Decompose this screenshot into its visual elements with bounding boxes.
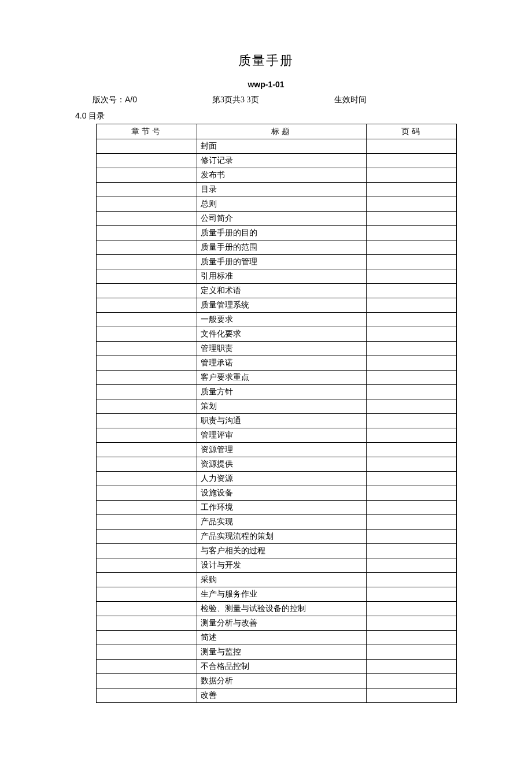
cell-chapter xyxy=(97,168,197,183)
document-code: wwp-1-01 xyxy=(75,80,457,89)
cell-chapter xyxy=(97,544,197,558)
table-row: 职责与沟通 xyxy=(97,414,457,428)
cell-page xyxy=(367,587,457,602)
cell-title: 封面 xyxy=(197,139,367,154)
cell-chapter xyxy=(97,501,197,515)
table-row: 封面 xyxy=(97,139,457,154)
cell-page xyxy=(367,660,457,674)
cell-chapter xyxy=(97,428,197,443)
table-row: 策划 xyxy=(97,399,457,414)
col-chapter: 章节号 xyxy=(97,124,197,139)
cell-title: 设计与开发 xyxy=(197,558,367,573)
cell-title: 质量手册的目的 xyxy=(197,226,367,240)
cell-title: 策划 xyxy=(197,399,367,414)
cell-title: 职责与沟通 xyxy=(197,414,367,428)
cell-page xyxy=(367,313,457,327)
table-row: 公司简介 xyxy=(97,212,457,226)
cell-title: 引用标准 xyxy=(197,269,367,284)
cell-title: 修订记录 xyxy=(197,154,367,168)
cell-chapter xyxy=(97,342,197,356)
table-row: 一般要求 xyxy=(97,313,457,327)
cell-page xyxy=(367,501,457,515)
cell-chapter xyxy=(97,602,197,616)
cell-page xyxy=(367,515,457,530)
cell-chapter xyxy=(97,616,197,631)
table-row: 质量手册的范围 xyxy=(97,240,457,255)
cell-page xyxy=(367,183,457,197)
section-heading: 4.0 目录 xyxy=(75,111,457,121)
cell-page xyxy=(367,197,457,212)
cell-chapter xyxy=(97,457,197,472)
cell-title: 定义和术语 xyxy=(197,284,367,298)
table-row: 资源提供 xyxy=(97,457,457,472)
table-row: 产品实现 xyxy=(97,515,457,530)
cell-page xyxy=(367,457,457,472)
cell-chapter xyxy=(97,139,197,154)
version-label: 版次号： xyxy=(93,95,125,104)
table-row: 工作环境 xyxy=(97,501,457,515)
cell-chapter xyxy=(97,631,197,645)
cell-page xyxy=(367,602,457,616)
effective-date-label: 生效时间 xyxy=(334,95,367,105)
table-row: 产品实现流程的策划 xyxy=(97,530,457,544)
cell-chapter xyxy=(97,269,197,284)
cell-page xyxy=(367,645,457,660)
cell-title: 不合格品控制 xyxy=(197,660,367,674)
table-row: 定义和术语 xyxy=(97,284,457,298)
cell-page xyxy=(367,327,457,342)
cell-title: 总则 xyxy=(197,197,367,212)
cell-chapter xyxy=(97,284,197,298)
table-row: 管理评审 xyxy=(97,428,457,443)
cell-title: 资源管理 xyxy=(197,443,367,457)
cell-title: 管理职责 xyxy=(197,342,367,356)
cell-title: 发布书 xyxy=(197,168,367,183)
cell-title: 质量管理系统 xyxy=(197,298,367,313)
cell-title: 生产与服务作业 xyxy=(197,587,367,602)
cell-title: 数据分析 xyxy=(197,674,367,688)
cell-title: 改善 xyxy=(197,688,367,703)
table-row: 质量方针 xyxy=(97,385,457,399)
cell-chapter xyxy=(97,414,197,428)
table-row: 生产与服务作业 xyxy=(97,587,457,602)
cell-chapter xyxy=(97,515,197,530)
table-row: 测量与监控 xyxy=(97,645,457,660)
cell-page xyxy=(367,544,457,558)
table-row: 总则 xyxy=(97,197,457,212)
table-row: 人力资源 xyxy=(97,472,457,486)
table-row: 质量手册的目的 xyxy=(97,226,457,240)
table-row: 采购 xyxy=(97,573,457,587)
table-row: 不合格品控制 xyxy=(97,660,457,674)
cell-page xyxy=(367,154,457,168)
cell-page xyxy=(367,139,457,154)
page-info: 第3页共3 3页 xyxy=(212,95,259,105)
table-row: 目录 xyxy=(97,183,457,197)
cell-chapter xyxy=(97,313,197,327)
table-row: 管理职责 xyxy=(97,342,457,356)
cell-chapter xyxy=(97,573,197,587)
table-row: 质量管理系统 xyxy=(97,298,457,313)
cell-page xyxy=(367,342,457,356)
cell-title: 客户要求重点 xyxy=(197,371,367,385)
cell-chapter xyxy=(97,240,197,255)
cell-title: 质量手册的管理 xyxy=(197,255,367,269)
cell-title: 产品实现 xyxy=(197,515,367,530)
cell-chapter xyxy=(97,255,197,269)
cell-chapter xyxy=(97,183,197,197)
cell-page xyxy=(367,255,457,269)
cell-title: 管理承诺 xyxy=(197,356,367,371)
cell-title: 测量与监控 xyxy=(197,645,367,660)
cell-title: 设施设备 xyxy=(197,486,367,501)
cell-chapter xyxy=(97,530,197,544)
table-row: 设施设备 xyxy=(97,486,457,501)
cell-title: 一般要求 xyxy=(197,313,367,327)
table-row: 修订记录 xyxy=(97,154,457,168)
cell-page xyxy=(367,414,457,428)
cell-chapter xyxy=(97,371,197,385)
cell-chapter xyxy=(97,212,197,226)
col-title: 标题 xyxy=(197,124,367,139)
table-header-row: 章节号 标题 页码 xyxy=(97,124,457,139)
cell-title: 资源提供 xyxy=(197,457,367,472)
cell-title: 简述 xyxy=(197,631,367,645)
table-row: 数据分析 xyxy=(97,674,457,688)
table-row: 简述 xyxy=(97,631,457,645)
